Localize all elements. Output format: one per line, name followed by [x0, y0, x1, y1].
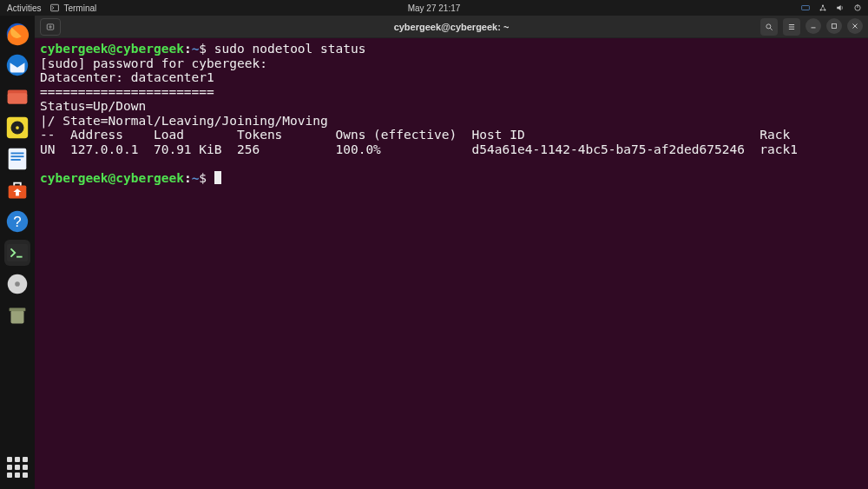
- svg-rect-26: [10, 308, 26, 312]
- dock-help[interactable]: ?: [4, 208, 30, 235]
- active-app-label: Terminal: [63, 3, 96, 13]
- active-app-indicator[interactable]: Terminal: [49, 3, 96, 13]
- hamburger-icon: [787, 23, 796, 31]
- close-button[interactable]: [847, 18, 863, 34]
- dock-libreoffice-writer[interactable]: [4, 146, 30, 172]
- output-row: UN 127.0.0.1 70.91 KiB 256 100.0% d54a61…: [40, 142, 798, 156]
- output-line: =======================: [40, 85, 214, 99]
- svg-rect-17: [11, 159, 21, 161]
- output-line: [sudo] password for cybergeek:: [40, 56, 267, 70]
- svg-point-24: [15, 281, 20, 287]
- svg-rect-10: [8, 93, 28, 103]
- svg-text:?: ?: [13, 214, 21, 230]
- new-tab-icon: [46, 23, 55, 31]
- close-icon: [851, 22, 859, 30]
- prompt-symbol: $: [199, 171, 207, 185]
- volume-icon: [835, 3, 845, 13]
- svg-rect-21: [7, 244, 28, 262]
- prompt-host: cybergeek: [115, 171, 184, 185]
- output-line: |/ State=Normal/Leaving/Joining/Moving: [40, 114, 328, 128]
- window-title: cybergeek@cybergeek: ~: [394, 22, 510, 32]
- new-tab-button[interactable]: [40, 18, 61, 36]
- search-icon: [765, 23, 773, 31]
- minimize-icon: [809, 22, 818, 30]
- menu-button[interactable]: [783, 18, 800, 36]
- dock-software[interactable]: [4, 177, 30, 203]
- svg-point-13: [16, 126, 19, 129]
- power-icon: [852, 3, 863, 13]
- show-applications-button[interactable]: [4, 454, 30, 480]
- dock-terminal[interactable]: [4, 240, 30, 266]
- svg-line-31: [770, 28, 773, 30]
- dock-trash[interactable]: [4, 302, 30, 328]
- prompt-user: cybergeek: [40, 171, 108, 185]
- prompt-user: cybergeek: [40, 42, 108, 56]
- command-line: sudo nodetool status: [214, 42, 366, 56]
- output-header: -- Address Load Tokens Owns (effective) …: [40, 128, 790, 142]
- prompt-symbol: $: [199, 42, 207, 56]
- dock-firefox[interactable]: [4, 21, 30, 47]
- keyboard-layout-icon: [800, 3, 811, 13]
- dock-thunderbird[interactable]: [4, 52, 30, 78]
- terminal-window: cybergeek@cybergeek: ~ cybergeek@cyberge…: [35, 16, 868, 489]
- system-status-area[interactable]: [800, 3, 863, 13]
- activities-button[interactable]: Activities: [7, 3, 41, 13]
- prompt-host: cybergeek: [115, 42, 184, 56]
- search-button[interactable]: [760, 18, 778, 36]
- dock-disk[interactable]: [4, 271, 30, 297]
- svg-rect-16: [11, 155, 24, 157]
- svg-rect-0: [51, 4, 59, 11]
- svg-rect-25: [11, 310, 24, 323]
- gnome-top-panel: Activities Terminal May 27 21:17: [0, 0, 868, 16]
- titlebar: cybergeek@cybergeek: ~: [35, 16, 868, 38]
- dock: ?: [0, 16, 35, 489]
- terminal-content[interactable]: cybergeek@cybergeek:~$ sudo nodetool sta…: [35, 38, 868, 489]
- terminal-icon: [49, 3, 60, 13]
- cursor: [214, 171, 221, 184]
- output-line: Datacenter: datacenter1: [40, 70, 214, 84]
- svg-rect-1: [802, 6, 810, 10]
- dock-rhythmbox[interactable]: [4, 115, 30, 141]
- svg-rect-36: [832, 23, 837, 28]
- svg-rect-15: [11, 153, 24, 155]
- network-icon: [818, 3, 828, 13]
- output-line: Status=Up/Down: [40, 99, 146, 113]
- minimize-button[interactable]: [806, 18, 821, 34]
- maximize-icon: [830, 22, 838, 30]
- dock-files[interactable]: [4, 83, 30, 109]
- svg-point-8: [7, 55, 28, 76]
- clock[interactable]: May 27 21:17: [408, 3, 461, 13]
- svg-point-30: [766, 23, 771, 28]
- maximize-button[interactable]: [826, 18, 842, 34]
